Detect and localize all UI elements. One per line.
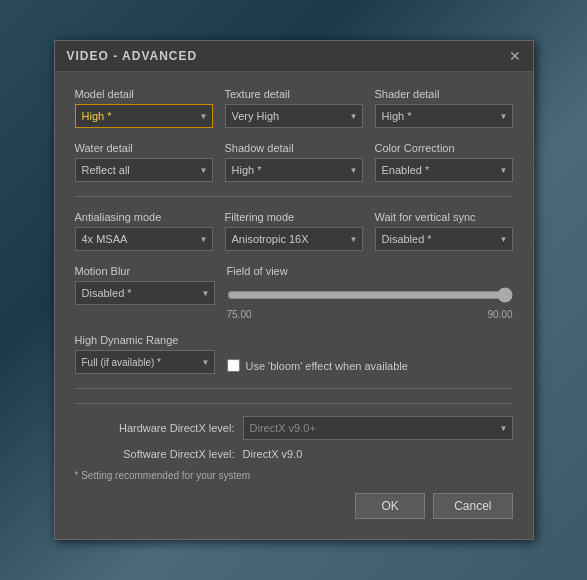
filtering-group: Filtering mode Anisotropic 16X <box>225 211 363 251</box>
hdr-select-wrapper: Full (if available) * <box>75 350 215 374</box>
color-correction-group: Color Correction Enabled * <box>375 142 513 182</box>
antialiasing-label: Antialiasing mode <box>75 211 213 223</box>
fov-label: Field of view <box>227 265 513 277</box>
shader-detail-group: Shader detail High * <box>375 88 513 128</box>
fov-group: Field of view 75.00 90.00 <box>227 265 513 320</box>
model-detail-group: Model detail High * <box>75 88 213 128</box>
water-detail-select-wrapper: Reflect all <box>75 158 213 182</box>
motion-blur-group: Motion Blur Disabled * <box>75 265 215 320</box>
shader-detail-select[interactable]: High * <box>375 104 513 128</box>
model-detail-select[interactable]: High * <box>75 104 213 128</box>
hardware-directx-select-wrapper: DirectX v9.0+ <box>243 416 513 440</box>
water-detail-select[interactable]: Reflect all <box>75 158 213 182</box>
motion-blur-select-wrapper: Disabled * <box>75 281 215 305</box>
vsync-group: Wait for vertical sync Disabled * <box>375 211 513 251</box>
fov-labels: 75.00 90.00 <box>227 309 513 320</box>
color-correction-select-wrapper: Enabled * <box>375 158 513 182</box>
close-button[interactable]: ✕ <box>509 49 521 63</box>
model-detail-label: Model detail <box>75 88 213 100</box>
ok-button[interactable]: OK <box>355 493 425 519</box>
hardware-directx-label: Hardware DirectX level: <box>75 422 235 434</box>
video-advanced-dialog: VIDEO - ADVANCED ✕ Model detail High * T… <box>54 40 534 540</box>
cancel-button[interactable]: Cancel <box>433 493 512 519</box>
texture-detail-group: Texture detail Very High <box>225 88 363 128</box>
hardware-directx-select[interactable]: DirectX v9.0+ <box>243 416 513 440</box>
row-5: High Dynamic Range Full (if available) *… <box>75 334 513 374</box>
hdr-group: High Dynamic Range Full (if available) * <box>75 334 215 374</box>
filtering-select-wrapper: Anisotropic 16X <box>225 227 363 251</box>
shader-detail-select-wrapper: High * <box>375 104 513 128</box>
hardware-section: Hardware DirectX level: DirectX v9.0+ So… <box>75 403 513 460</box>
antialiasing-select-wrapper: 4x MSAA <box>75 227 213 251</box>
motion-blur-select[interactable]: Disabled * <box>75 281 215 305</box>
title-bar: VIDEO - ADVANCED ✕ <box>55 41 533 72</box>
antialiasing-group: Antialiasing mode 4x MSAA <box>75 211 213 251</box>
software-directx-value: DirectX v9.0 <box>243 448 303 460</box>
dialog-title: VIDEO - ADVANCED <box>67 49 198 63</box>
row-2: Water detail Reflect all Shadow detail H… <box>75 142 513 182</box>
shadow-detail-select[interactable]: High * <box>225 158 363 182</box>
bloom-row: Use 'bloom' effect when available <box>227 359 513 372</box>
bloom-label: Use 'bloom' effect when available <box>246 360 408 372</box>
fov-slider[interactable] <box>227 287 513 303</box>
button-row: OK Cancel <box>75 493 513 523</box>
fov-min-label: 75.00 <box>227 309 252 320</box>
dialog-body: Model detail High * Texture detail Very … <box>55 72 533 539</box>
model-detail-select-wrapper: High * <box>75 104 213 128</box>
vsync-select[interactable]: Disabled * <box>375 227 513 251</box>
texture-detail-select[interactable]: Very High <box>225 104 363 128</box>
texture-detail-label: Texture detail <box>225 88 363 100</box>
shadow-detail-label: Shadow detail <box>225 142 363 154</box>
water-detail-label: Water detail <box>75 142 213 154</box>
antialiasing-select[interactable]: 4x MSAA <box>75 227 213 251</box>
software-directx-row: Software DirectX level: DirectX v9.0 <box>75 448 513 460</box>
row-3: Antialiasing mode 4x MSAA Filtering mode… <box>75 211 513 251</box>
footer-note: * Setting recommended for your system <box>75 470 513 481</box>
texture-detail-select-wrapper: Very High <box>225 104 363 128</box>
hardware-directx-row: Hardware DirectX level: DirectX v9.0+ <box>75 416 513 440</box>
color-correction-label: Color Correction <box>375 142 513 154</box>
hdr-select[interactable]: Full (if available) * <box>75 350 215 374</box>
water-detail-group: Water detail Reflect all <box>75 142 213 182</box>
vsync-label: Wait for vertical sync <box>375 211 513 223</box>
hdr-label: High Dynamic Range <box>75 334 215 346</box>
shadow-detail-select-wrapper: High * <box>225 158 363 182</box>
shadow-detail-group: Shadow detail High * <box>225 142 363 182</box>
software-directx-label: Software DirectX level: <box>75 448 235 460</box>
divider-2 <box>75 388 513 389</box>
shader-detail-label: Shader detail <box>375 88 513 100</box>
motion-blur-label: Motion Blur <box>75 265 215 277</box>
row-4: Motion Blur Disabled * Field of view 75.… <box>75 265 513 320</box>
divider-1 <box>75 196 513 197</box>
row-1: Model detail High * Texture detail Very … <box>75 88 513 128</box>
bloom-checkbox[interactable] <box>227 359 240 372</box>
fov-max-label: 90.00 <box>487 309 512 320</box>
filtering-select[interactable]: Anisotropic 16X <box>225 227 363 251</box>
vsync-select-wrapper: Disabled * <box>375 227 513 251</box>
filtering-label: Filtering mode <box>225 211 363 223</box>
color-correction-select[interactable]: Enabled * <box>375 158 513 182</box>
